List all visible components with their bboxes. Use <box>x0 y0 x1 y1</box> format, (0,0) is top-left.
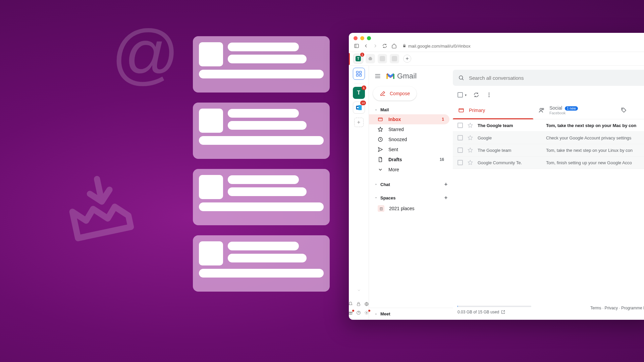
open-external-icon[interactable] <box>501 310 505 314</box>
spaces-add-icon[interactable]: + <box>444 195 447 201</box>
social-new-badge: 1 new <box>565 106 578 111</box>
globe-icon[interactable] <box>364 302 370 308</box>
message-list: The Google teamTom, take the next step o… <box>453 119 644 169</box>
rail-outlook-badge: 10 <box>360 101 366 105</box>
gmail-main: ▾ Primary Social 1 new Facebook <box>453 66 644 320</box>
select-dropdown-icon[interactable]: ▾ <box>465 93 467 97</box>
chat-add-icon[interactable]: + <box>444 181 447 187</box>
message-row[interactable]: Google Community Te.Tom, finish setting … <box>453 157 644 169</box>
help-icon[interactable] <box>356 310 362 316</box>
home-button[interactable] <box>391 43 397 49</box>
gift-icon[interactable] <box>349 310 354 316</box>
minimize-window-button[interactable] <box>360 36 364 40</box>
maximize-window-button[interactable] <box>367 36 371 40</box>
tab-primary[interactable]: Primary <box>453 101 533 119</box>
reload-button[interactable] <box>382 43 388 49</box>
tab-badge: 1 <box>360 53 364 57</box>
forward-button[interactable] <box>372 43 378 49</box>
message-checkbox[interactable] <box>458 135 463 140</box>
svg-point-7 <box>357 107 359 109</box>
message-checkbox[interactable] <box>458 147 463 153</box>
more-actions-icon[interactable] <box>486 92 492 98</box>
svg-point-21 <box>540 108 542 110</box>
svg-point-18 <box>489 95 490 96</box>
bell-icon[interactable] <box>349 302 354 308</box>
tab-promotions[interactable] <box>614 101 634 119</box>
search-icon <box>458 75 464 81</box>
message-subject: Tom, finish setting up your new Google A… <box>546 160 644 165</box>
search-input[interactable] <box>469 75 644 81</box>
svg-rect-2 <box>359 71 361 73</box>
nav-snoozed[interactable]: Snoozed <box>369 134 449 144</box>
svg-point-16 <box>459 76 463 79</box>
svg-rect-0 <box>355 44 359 48</box>
sidebar-toggle-icon[interactable] <box>354 43 360 49</box>
tab-drive[interactable] <box>366 54 375 63</box>
message-row[interactable]: The Google teamTom, take the next step o… <box>453 144 644 157</box>
browser-tabstrip: T 1 + <box>349 52 644 66</box>
search-bar[interactable] <box>453 70 644 86</box>
svg-rect-4 <box>359 74 361 76</box>
svg-rect-1 <box>356 71 358 73</box>
inbox-decoration-icon <box>53 161 145 253</box>
message-checkbox[interactable] <box>458 160 463 165</box>
back-button[interactable] <box>363 43 369 49</box>
svg-point-19 <box>489 96 490 97</box>
url-text: mail.google.com/mail/u/0/#inbox <box>408 44 471 49</box>
tab-generic-2[interactable] <box>390 54 399 63</box>
skeleton-card <box>193 169 330 225</box>
tab-social[interactable]: Social 1 new Facebook <box>533 101 614 119</box>
message-row[interactable]: GoogleCheck your Google Account privacy … <box>453 132 644 144</box>
section-mail[interactable]: Mail <box>369 105 453 114</box>
tab-generic-1[interactable] <box>378 54 387 63</box>
skeleton-card <box>193 235 330 292</box>
svg-point-22 <box>542 108 544 110</box>
star-icon[interactable] <box>468 147 473 153</box>
menu-icon[interactable] <box>374 73 381 79</box>
new-tab-button[interactable]: + <box>403 55 411 63</box>
gmail-logo[interactable]: Gmail <box>386 72 417 80</box>
gmail-sidebar: Gmail Compose Mail Inbox 1 Starred <box>369 66 453 320</box>
rail-collapse-icon[interactable] <box>357 288 361 296</box>
message-subject: Tom, take the next step on your Linux by… <box>546 148 644 153</box>
message-sender: The Google team <box>478 148 541 153</box>
close-window-button[interactable] <box>354 36 358 40</box>
star-icon[interactable] <box>468 135 473 140</box>
svg-point-23 <box>623 109 623 109</box>
nav-more[interactable]: More <box>369 165 449 175</box>
nav-sent[interactable]: Sent <box>369 144 449 155</box>
section-spaces[interactable]: Spaces + <box>369 193 453 203</box>
lock-small-icon[interactable] <box>356 302 362 308</box>
message-subject: Check your Google Account privacy settin… <box>546 135 644 140</box>
gmail-brand-text: Gmail <box>397 72 417 80</box>
refresh-icon[interactable] <box>473 92 479 98</box>
footer-links[interactable]: Terms · Privacy · Programme Polic <box>590 306 644 310</box>
rail-account-badge: 1 <box>362 85 366 90</box>
star-icon[interactable] <box>468 123 473 128</box>
rail-account-button[interactable]: T 1 <box>353 87 365 99</box>
section-meet[interactable]: Meet <box>369 308 453 320</box>
svg-rect-20 <box>459 108 464 112</box>
select-all-checkbox[interactable] <box>458 92 463 98</box>
category-tabs: Primary Social 1 new Facebook <box>453 101 644 119</box>
settings-icon[interactable] <box>364 310 370 316</box>
rail-add-account-button[interactable]: + <box>354 118 364 127</box>
message-sender: Google <box>478 135 541 140</box>
lock-icon <box>402 44 406 49</box>
browser-toolbar: mail.google.com/mail/u/0/#inbox <box>349 42 644 52</box>
message-row[interactable]: The Google teamTom, take the next step o… <box>453 119 644 132</box>
nav-inbox[interactable]: Inbox 1 <box>369 114 449 124</box>
section-chat[interactable]: Chat + <box>369 179 453 189</box>
rail-outlook-button[interactable]: 10 <box>353 102 365 114</box>
space-item[interactable]: ◫ 2021 places <box>369 203 453 214</box>
compose-button[interactable]: Compose <box>373 86 417 101</box>
tab-account[interactable]: T 1 <box>354 54 363 63</box>
address-bar[interactable]: mail.google.com/mail/u/0/#inbox <box>402 44 471 49</box>
message-checkbox[interactable] <box>458 123 463 128</box>
star-icon[interactable] <box>468 160 473 165</box>
svg-rect-14 <box>378 118 382 121</box>
app-rail: T 1 10 + <box>349 66 369 320</box>
rail-apps-button[interactable] <box>353 68 365 80</box>
nav-starred[interactable]: Starred <box>369 124 449 134</box>
nav-drafts[interactable]: Drafts 16 <box>369 155 449 165</box>
